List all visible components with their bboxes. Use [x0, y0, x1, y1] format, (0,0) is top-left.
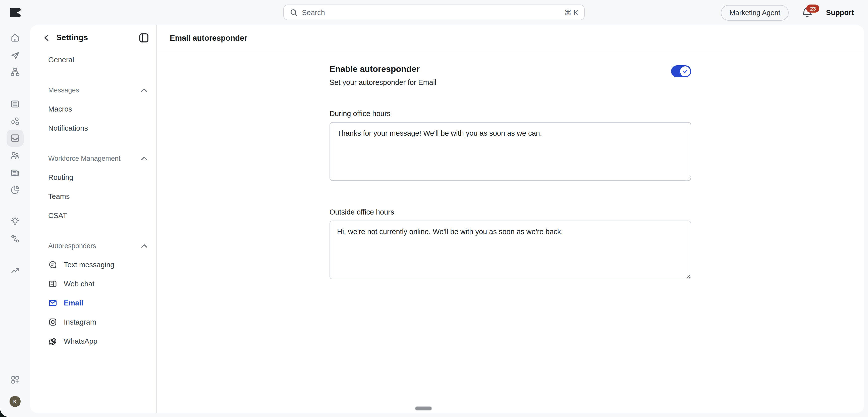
route-icon: [10, 234, 20, 244]
rail-send-button[interactable]: [6, 47, 24, 64]
sitemap-icon: [10, 67, 20, 77]
outside-office-hours-label: Outside office hours: [330, 208, 691, 216]
sidebar-section-autoresponders[interactable]: Autoresponders: [40, 236, 150, 255]
notification-badge: 23: [806, 4, 819, 12]
notes-icon: [10, 99, 20, 109]
support-link[interactable]: Support: [826, 8, 854, 17]
web-chat-icon: [48, 279, 57, 288]
autoresponder-form: Enable autoresponder Set your autorespon…: [330, 64, 691, 281]
sidebar-item-label: WhatsApp: [64, 337, 97, 345]
rail-users-button[interactable]: [6, 147, 24, 164]
share-nodes-icon: [10, 116, 20, 126]
sidebar-item-email[interactable]: Email: [40, 293, 150, 312]
sidebar-item-notifications[interactable]: Notifications: [40, 119, 150, 138]
chevron-up-icon: [141, 156, 147, 160]
sidebar-item-whatsapp[interactable]: WhatsApp: [40, 332, 150, 351]
topbar: ⌘ K Marketing Agent 23 Support: [0, 0, 868, 25]
sidebar-item-label: Text messaging: [64, 261, 115, 269]
outside-office-hours-textarea[interactable]: Hi, we're not currently online. We'll be…: [330, 220, 691, 279]
rail-notes-button[interactable]: [6, 95, 24, 113]
inbox-icon: [10, 133, 20, 143]
sidebar-item-teams[interactable]: Teams: [40, 187, 150, 206]
search-icon: [290, 8, 298, 16]
chat-bubble-icon: [48, 260, 57, 269]
outside-office-hours-field: Outside office hours Hi, we're not curre…: [330, 208, 691, 281]
agent-role-button[interactable]: Marketing Agent: [721, 5, 789, 20]
section-label: Messages: [48, 86, 79, 94]
rail-inbox-button[interactable]: [6, 130, 24, 147]
rail-reports-button[interactable]: [6, 181, 24, 199]
rail-home-button[interactable]: [6, 29, 24, 46]
instagram-icon: [48, 318, 57, 327]
topbar-right: Marketing Agent 23 Support: [721, 0, 854, 25]
envelope-icon: [48, 298, 57, 307]
chevron-up-icon: [141, 244, 147, 247]
sidebar-item-routing[interactable]: Routing: [40, 168, 150, 187]
settings-nav-list: General Messages Macros Notifications Wo…: [40, 50, 150, 351]
logo-icon: [10, 8, 21, 17]
search-shortcut: ⌘ K: [565, 8, 578, 16]
kustomer-logo[interactable]: [10, 8, 21, 17]
settings-card: Settings General Messages Macros Notific…: [30, 25, 864, 413]
rail-share-button[interactable]: [6, 113, 24, 130]
sidebar-item-web-chat[interactable]: Web chat: [40, 274, 150, 293]
settings-header: Settings: [40, 30, 150, 45]
chevron-left-icon: [44, 34, 49, 41]
enable-autoresponder-subtitle: Set your autoresponder for Email: [330, 78, 436, 86]
rail-insights-button[interactable]: [6, 213, 24, 230]
rail-apps-button[interactable]: [6, 371, 24, 388]
rail-news-button[interactable]: [6, 164, 24, 181]
sidebar-item-label: Web chat: [64, 280, 94, 288]
sidebar-item-instagram[interactable]: Instagram: [40, 312, 150, 332]
trending-up-icon: [10, 266, 20, 276]
enable-autoresponder-text: Enable autoresponder Set your autorespon…: [330, 64, 436, 86]
enable-autoresponder-row: Enable autoresponder Set your autorespon…: [330, 64, 691, 86]
screen: ⌘ K Marketing Agent 23 Support: [0, 0, 868, 417]
section-label: Autoresponders: [48, 242, 96, 249]
apps-plus-icon: [10, 375, 20, 385]
pie-chart-icon: [10, 185, 20, 195]
check-icon: [682, 68, 688, 75]
users-icon: [10, 150, 20, 160]
during-office-hours-field: During office hours Thanks for your mess…: [330, 110, 691, 183]
page-title: Email autoresponder: [170, 33, 247, 42]
resize-handle[interactable]: [415, 407, 432, 411]
panel-collapse-icon: [139, 33, 149, 42]
sidebar-item-label: Email: [64, 299, 83, 307]
toggle-knob: [680, 66, 690, 77]
app-window: ⌘ K Marketing Agent 23 Support: [0, 0, 868, 417]
search-box[interactable]: ⌘ K: [283, 4, 585, 20]
enable-autoresponder-title: Enable autoresponder: [330, 64, 436, 75]
main-header: Email autoresponder: [157, 25, 864, 51]
section-label: Workforce Management: [48, 154, 121, 162]
whatsapp-icon: [48, 337, 57, 346]
send-icon: [10, 50, 20, 60]
sidebar-section-messages[interactable]: Messages: [40, 80, 150, 99]
sidebar-item-macros[interactable]: Macros: [40, 99, 150, 119]
collapse-sidebar-button[interactable]: [137, 31, 150, 44]
user-avatar[interactable]: K: [9, 396, 21, 407]
during-office-hours-textarea[interactable]: Thanks for your message! We'll be with y…: [330, 122, 691, 181]
rail-sitemap-button[interactable]: [6, 63, 24, 80]
search-input[interactable]: [302, 8, 561, 16]
sidebar-item-general[interactable]: General: [40, 50, 150, 69]
rail-analytics-button[interactable]: [6, 262, 24, 279]
enable-autoresponder-toggle[interactable]: [671, 65, 691, 78]
settings-title: Settings: [56, 33, 137, 42]
settings-sidebar: Settings General Messages Macros Notific…: [30, 25, 157, 413]
back-button[interactable]: [40, 32, 52, 44]
news-icon: [10, 168, 20, 178]
lightbulb-icon: [10, 216, 20, 227]
home-icon: [10, 33, 20, 43]
sidebar-item-csat[interactable]: CSAT: [40, 206, 150, 225]
rail-route-button[interactable]: [6, 230, 24, 247]
chevron-up-icon: [141, 88, 147, 92]
sidebar-section-workforce-management[interactable]: Workforce Management: [40, 149, 150, 168]
during-office-hours-label: During office hours: [330, 110, 691, 118]
sidebar-item-text-messaging[interactable]: Text messaging: [40, 255, 150, 274]
main-panel: Email autoresponder Enable autoresponder…: [157, 25, 864, 413]
sidebar-item-label: Instagram: [64, 318, 96, 326]
notifications-button[interactable]: 23: [802, 6, 813, 19]
